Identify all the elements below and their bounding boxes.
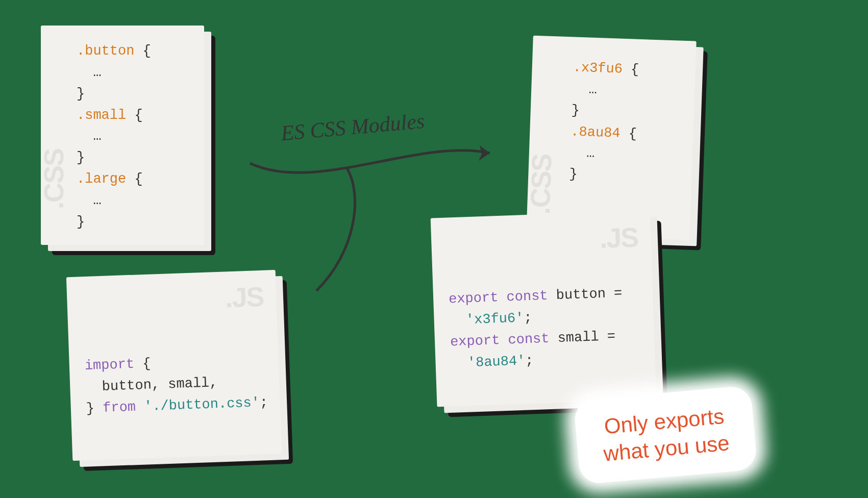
brace: } <box>569 166 578 182</box>
code-block: export const button = 'x3fu6'; export co… <box>449 283 625 375</box>
identifiers: button, small, <box>85 375 218 395</box>
selector-hash1: .x3fu6 <box>573 60 623 77</box>
identifier-small: small <box>549 329 607 346</box>
identifier-button: button <box>548 286 614 304</box>
semicolon: ; <box>259 394 268 410</box>
keyword-export: export <box>450 333 500 350</box>
equals: = <box>607 329 615 344</box>
brace: { <box>126 171 142 187</box>
keyword-from: from <box>103 399 136 415</box>
selector-button: .button <box>77 43 134 59</box>
code-block: .x3fu6 { … } .8au84 { … } <box>569 57 639 187</box>
keyword-import: import <box>84 357 134 374</box>
code-block: import { button, small, } from './button… <box>84 350 268 420</box>
selector-large: .large <box>77 171 126 187</box>
ellipsis: … <box>77 129 102 144</box>
ellipsis: … <box>569 145 595 162</box>
brace: } <box>571 103 580 118</box>
selector-small: .small <box>77 108 126 123</box>
input-css-page: .CSS .button { … } .small { … } .large {… <box>41 26 204 245</box>
css-watermark: .CSS <box>38 149 69 209</box>
keyword-const: const <box>500 331 550 347</box>
code-block: .button { … } .small { … } .large { … } <box>77 41 151 233</box>
brace: { <box>622 62 639 78</box>
selector-hash2: .8au84 <box>571 124 621 141</box>
brace: { <box>134 43 151 59</box>
brace: { <box>620 126 637 141</box>
brace: { <box>134 356 151 372</box>
brace: } <box>86 401 103 416</box>
semicolon: ; <box>525 353 534 368</box>
brace: } <box>77 214 85 230</box>
svg-marker-4 <box>479 145 490 161</box>
ellipsis: … <box>77 193 102 208</box>
ellipsis: … <box>572 81 598 97</box>
keyword-const: const <box>498 288 548 305</box>
output-css-page: .CSS .x3fu6 { … } .8au84 { … } <box>526 36 696 240</box>
brace: } <box>77 150 85 165</box>
js-watermark: .JS <box>599 221 638 254</box>
string-val1: 'x3fu6' <box>449 310 524 328</box>
equals: = <box>614 286 623 302</box>
keyword-export: export <box>449 290 499 307</box>
css-watermark: .CSS <box>524 154 558 215</box>
callout-badge: Only exports what you use <box>573 385 757 485</box>
ellipsis: … <box>77 65 102 80</box>
brace: } <box>77 86 85 102</box>
string-path: './button.css' <box>135 395 260 414</box>
output-js-page: .JS export const button = 'x3fu6'; expor… <box>431 211 657 407</box>
brace: { <box>126 108 142 123</box>
string-val2: '8au84' <box>451 353 526 371</box>
semicolon: ; <box>524 310 532 326</box>
